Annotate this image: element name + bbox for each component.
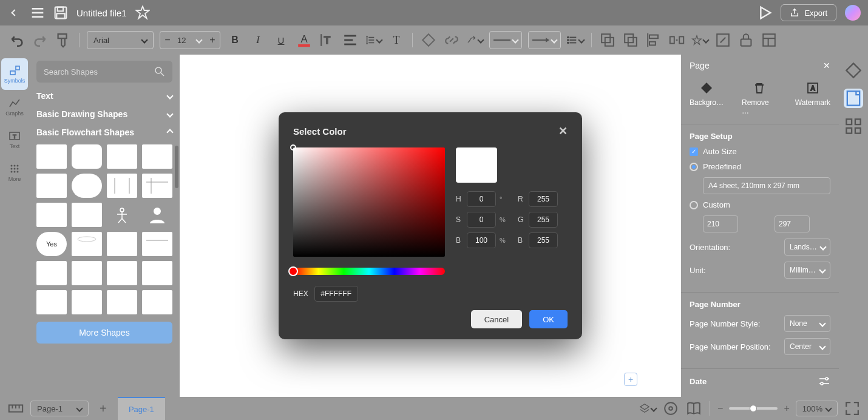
font-size-decrease[interactable]: − — [160, 35, 175, 46]
sidebar-tool-symbols[interactable]: Symbols — [1, 58, 28, 90]
send-back-icon[interactable] — [622, 32, 639, 49]
lock-icon[interactable] — [737, 32, 754, 49]
text-vertical-button[interactable]: T — [319, 32, 336, 49]
font-size-value[interactable]: 12 — [175, 36, 197, 45]
shape-user[interactable] — [142, 203, 172, 227]
layers-icon[interactable] — [639, 400, 656, 417]
focus-icon[interactable] — [662, 400, 679, 417]
page-layout-icon[interactable] — [761, 32, 778, 49]
shape-internal-storage[interactable] — [142, 174, 172, 198]
shape-card[interactable] — [107, 232, 137, 256]
h-input[interactable] — [467, 191, 496, 207]
more-shapes-button[interactable]: More Shapes — [36, 322, 172, 344]
v-input[interactable] — [467, 232, 496, 248]
zoom-in-button[interactable]: + — [784, 403, 789, 414]
tab-remove-background[interactable]: Remove … — [742, 81, 777, 115]
ok-button[interactable]: OK — [529, 310, 568, 328]
saturation-value-picker[interactable] — [293, 147, 445, 257]
hex-input[interactable] — [314, 286, 358, 302]
shape-ellipse[interactable] — [36, 203, 67, 227]
font-family-select[interactable]: Arial — [87, 31, 154, 49]
page-dropdown[interactable]: Page-1 — [30, 401, 89, 416]
link-button[interactable] — [443, 32, 460, 49]
auto-size-checkbox[interactable]: ✓ — [690, 147, 698, 156]
shape-terminator[interactable] — [72, 174, 102, 198]
shape-decision[interactable] — [107, 144, 137, 169]
connector-button[interactable] — [466, 32, 483, 49]
fullscreen-icon[interactable] — [844, 400, 861, 417]
distribute-icon[interactable] — [668, 32, 685, 49]
shape-person[interactable] — [107, 203, 137, 227]
text-tool-button[interactable]: T — [388, 32, 405, 49]
font-size-increase[interactable]: + — [205, 35, 220, 46]
pn-style-select[interactable]: None — [784, 315, 830, 332]
tab-background[interactable]: Backgro… — [690, 81, 724, 115]
search-shapes-input[interactable] — [36, 61, 172, 83]
font-color-button[interactable]: A — [296, 32, 313, 49]
shape-document[interactable] — [142, 144, 172, 169]
rs-page-icon[interactable] — [844, 89, 863, 108]
shape-display[interactable] — [107, 290, 137, 314]
custom-row[interactable]: Custom — [690, 200, 830, 209]
shape-circle[interactable] — [72, 203, 102, 227]
book-icon[interactable] — [685, 400, 702, 417]
hue-slider[interactable] — [293, 268, 445, 275]
shape-connector[interactable] — [36, 261, 67, 285]
ruler-icon[interactable] — [7, 400, 24, 417]
shape-process[interactable] — [36, 144, 67, 169]
category-basic-drawing[interactable]: Basic Drawing Shapes — [36, 109, 172, 119]
edit-icon[interactable] — [714, 32, 731, 49]
bring-front-icon[interactable] — [599, 32, 616, 49]
arrow-style-select[interactable] — [528, 31, 561, 49]
sidebar-tool-more[interactable]: More — [1, 157, 28, 188]
save-icon[interactable] — [53, 5, 68, 20]
effects-icon[interactable] — [691, 32, 708, 49]
orientation-select[interactable]: Lands… — [784, 239, 830, 256]
tab-watermark[interactable]: A Watermark — [795, 81, 830, 115]
italic-button[interactable]: I — [249, 32, 266, 49]
unit-select[interactable]: Millim… — [784, 262, 830, 279]
sidebar-tool-text[interactable]: T Text — [1, 124, 28, 155]
settings-toggle-icon[interactable] — [818, 376, 830, 386]
export-button[interactable]: Export — [781, 4, 836, 21]
undo-button[interactable] — [8, 32, 25, 49]
g-input[interactable] — [529, 212, 558, 228]
back-button[interactable] — [7, 5, 22, 20]
modal-close-icon[interactable]: ✕ — [558, 124, 568, 138]
zoom-select[interactable]: 100% — [796, 401, 838, 416]
shape-database[interactable] — [72, 232, 102, 256]
zoom-thumb[interactable] — [750, 405, 757, 412]
shape-tape[interactable] — [36, 290, 67, 314]
shape-delay[interactable] — [72, 290, 102, 314]
predefined-size-select[interactable]: A4 sheet, 210mm x 297 mm — [703, 177, 830, 194]
shape-rounded-rect[interactable] — [72, 144, 102, 169]
custom-width-input[interactable] — [703, 215, 738, 232]
predefined-row[interactable]: Predefined — [690, 162, 830, 171]
hue-thumb[interactable] — [288, 266, 298, 276]
bold-button[interactable]: B — [226, 32, 243, 49]
sidebar-tool-graphs[interactable]: Graphs — [1, 91, 28, 123]
redo-button[interactable] — [32, 32, 49, 49]
shape-parallelogram[interactable] — [36, 174, 67, 198]
underline-button[interactable]: U — [273, 32, 290, 49]
cancel-button[interactable]: Cancel — [471, 310, 522, 328]
font-size-stepper[interactable]: − 12 + — [160, 31, 220, 49]
page-tab-1[interactable]: Page-1 — [118, 397, 165, 420]
category-basic-flowchart[interactable]: Basic Flowchart Shapes — [36, 127, 172, 137]
close-icon[interactable]: ✕ — [823, 61, 830, 70]
zoom-slider[interactable] — [729, 407, 778, 410]
favorite-star-icon[interactable] — [135, 5, 150, 20]
shape-manual-input[interactable] — [107, 261, 137, 285]
custom-height-input[interactable] — [775, 215, 810, 232]
custom-radio[interactable] — [690, 201, 698, 209]
shapes-scrollbar[interactable] — [175, 146, 178, 188]
shape-offpage[interactable] — [142, 261, 172, 285]
format-painter-icon[interactable] — [55, 32, 72, 49]
line-spacing-button[interactable] — [365, 32, 382, 49]
search-input[interactable] — [44, 67, 149, 76]
shape-manual-op[interactable] — [142, 290, 172, 314]
pn-pos-select[interactable]: Center — [784, 338, 830, 355]
align-button[interactable] — [342, 32, 359, 49]
rs-fill-icon[interactable] — [844, 61, 863, 80]
rs-apps-icon[interactable] — [844, 117, 863, 136]
